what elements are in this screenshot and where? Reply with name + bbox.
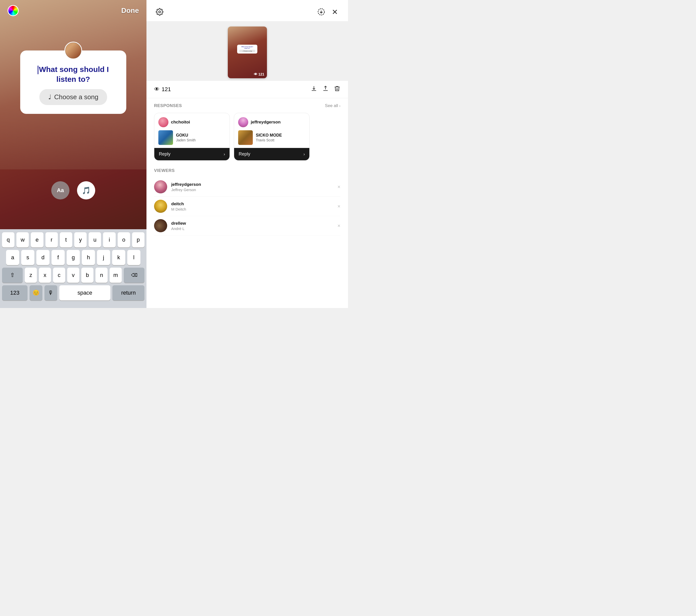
share-button[interactable] — [322, 85, 329, 93]
key-y[interactable]: y — [74, 232, 86, 247]
song-sticker-card: What song should I listen to? ♩ Choose a… — [20, 50, 126, 114]
viewer-item-2: deitch M Deitch × — [154, 197, 341, 216]
viewer-fullname-3: Andrè L — [171, 226, 186, 231]
settings-button[interactable] — [154, 6, 165, 17]
viewer-info-2: deitch M Deitch — [171, 201, 186, 211]
download-story-button[interactable] — [316, 6, 327, 17]
key-w[interactable]: w — [16, 232, 29, 247]
music-icon: 🎵 — [82, 186, 91, 195]
story-insights-panel: What song should Ilisten to? ♩ Choose a … — [146, 0, 348, 308]
trash-icon — [334, 85, 341, 92]
song-title-1: GOKU — [176, 133, 196, 137]
response-card-1-top: chchoitoi GOKU Jaden Smith — [154, 113, 230, 148]
key-123[interactable]: 123 — [2, 285, 28, 301]
viewer-avatar-3 — [154, 219, 167, 232]
choose-song-button[interactable]: ♩ Choose a song — [39, 89, 107, 105]
key-e[interactable]: e — [31, 232, 43, 247]
download-button[interactable] — [311, 85, 317, 93]
key-a[interactable]: a — [6, 250, 19, 265]
response-card-1: chchoitoi GOKU Jaden Smith Reply › — [154, 113, 230, 161]
viewer-username-3: drellew — [171, 221, 186, 226]
reply-button-1[interactable]: Reply › — [154, 148, 230, 160]
response-avatar-2 — [238, 117, 248, 127]
viewer-fullname-1: Jeffrey Gerson — [171, 188, 201, 192]
music-tool-button[interactable]: 🎵 — [77, 181, 95, 199]
eye-icon: 👁 — [154, 86, 160, 93]
insights-top-bar — [146, 0, 348, 21]
key-l[interactable]: l — [127, 250, 140, 265]
story-editor-panel: Done What song should I listen to? ♩ Cho… — [0, 0, 146, 308]
song-title-2: SICKO MODE — [256, 133, 282, 137]
key-backspace[interactable]: ⌫ — [124, 268, 144, 283]
key-m[interactable]: m — [110, 268, 122, 283]
keyboard-row-2: a s d f g h j k l — [2, 250, 144, 265]
key-r[interactable]: r — [45, 232, 58, 247]
sticker-avatar — [64, 42, 82, 59]
key-d[interactable]: d — [36, 250, 49, 265]
key-c[interactable]: c — [53, 268, 65, 283]
key-t[interactable]: t — [60, 232, 72, 247]
close-button[interactable] — [329, 6, 341, 17]
story-preview-card[interactable]: What song should Ilisten to? ♩ Choose a … — [228, 27, 267, 78]
song-artist-1: Jaden Smith — [176, 138, 196, 142]
key-emoji[interactable]: 😊 — [30, 285, 43, 301]
key-v[interactable]: v — [67, 268, 79, 283]
avatar-image — [66, 43, 81, 58]
responses-section: RESPONSES See all › chchoitoi GOKU — [146, 98, 348, 163]
key-n[interactable]: n — [95, 268, 108, 283]
svg-point-0 — [159, 11, 161, 13]
color-wheel-icon[interactable] — [7, 5, 19, 16]
responses-title: RESPONSES — [154, 103, 182, 108]
story-top-bar: Done — [0, 5, 146, 16]
viewer-close-2[interactable]: × — [337, 204, 341, 209]
key-u[interactable]: u — [89, 232, 101, 247]
keyboard-row-4: 123 😊 🎙 space return — [2, 285, 144, 301]
response-avatar-1 — [158, 117, 169, 127]
download-icon — [311, 85, 317, 92]
keyboard-row-1: q w e r t y u i o p — [2, 232, 144, 247]
responses-header: RESPONSES See all › — [154, 103, 341, 108]
key-i[interactable]: i — [103, 232, 115, 247]
delete-button[interactable] — [334, 85, 341, 93]
response-song-1: GOKU Jaden Smith — [158, 130, 225, 145]
key-o[interactable]: o — [118, 232, 130, 247]
stats-bar: 👁 121 — [146, 81, 348, 98]
viewer-info-3: drellew Andrè L — [171, 221, 186, 231]
key-q[interactable]: q — [2, 232, 14, 247]
response-card-2: jeffreydgerson SICKO MODE Travis Scott R… — [234, 113, 310, 161]
done-button[interactable]: Done — [121, 6, 139, 15]
key-p[interactable]: p — [132, 232, 144, 247]
see-all-button[interactable]: See all › — [325, 103, 341, 108]
text-tool-button[interactable]: Aa — [51, 181, 69, 199]
key-h[interactable]: h — [82, 250, 95, 265]
key-f[interactable]: f — [51, 250, 65, 265]
song-info-1: GOKU Jaden Smith — [176, 133, 196, 142]
key-z[interactable]: z — [25, 268, 37, 283]
key-return[interactable]: return — [112, 285, 144, 301]
key-g[interactable]: g — [67, 250, 80, 265]
viewer-fullname-2: M Deitch — [171, 207, 186, 211]
response-user-1: chchoitoi — [158, 117, 225, 127]
text-cursor — [38, 66, 38, 74]
viewer-close-1[interactable]: × — [337, 184, 341, 190]
response-user-2: jeffreydgerson — [238, 117, 305, 127]
viewer-info-1: jeffreydgerson Jeffrey Gerson — [171, 182, 201, 192]
reply-button-2[interactable]: Reply › — [234, 148, 310, 160]
response-song-2: SICKO MODE Travis Scott — [238, 130, 305, 145]
key-k[interactable]: k — [112, 250, 125, 265]
download-circle-icon — [317, 8, 325, 16]
key-shift[interactable]: ⇧ — [2, 268, 23, 283]
key-b[interactable]: b — [81, 268, 93, 283]
viewers-section: VIEWERS jeffreydgerson Jeffrey Gerson × … — [146, 163, 348, 308]
key-x[interactable]: x — [39, 268, 51, 283]
music-note-icon: ♩ — [48, 93, 51, 101]
chevron-right-icon: › — [339, 104, 341, 108]
viewer-close-3[interactable]: × — [337, 223, 341, 229]
key-s[interactable]: s — [21, 250, 34, 265]
key-space[interactable]: space — [59, 285, 111, 301]
response-username-2: jeffreydgerson — [251, 120, 281, 125]
views-count: 👁 121 — [154, 86, 171, 93]
key-j[interactable]: j — [97, 250, 110, 265]
key-mic[interactable]: 🎙 — [45, 285, 57, 301]
preview-sticker: What song should Ilisten to? ♩ Choose a … — [237, 45, 257, 53]
